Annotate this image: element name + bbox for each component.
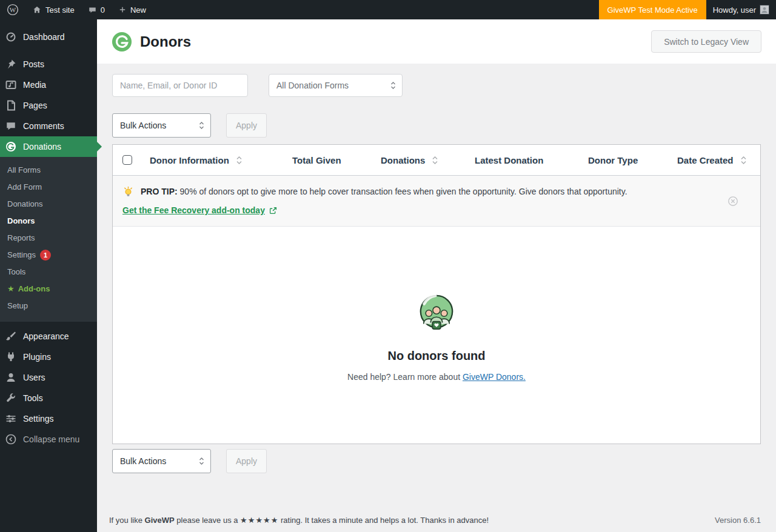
rating-stars-link[interactable]: ★★★★★	[240, 516, 278, 525]
sidebar-item-posts[interactable]: Posts	[0, 54, 97, 75]
comments-link[interactable]: 0	[81, 0, 112, 19]
pro-tip-label: PRO TIP:	[141, 187, 178, 196]
sort-icon	[432, 156, 438, 164]
submenu-all-forms[interactable]: All Forms	[0, 162, 97, 179]
apply-button-bottom[interactable]: Apply	[226, 449, 267, 473]
footer-middle: please leave us a	[176, 516, 238, 525]
comments-count: 0	[101, 5, 105, 15]
submenu-setup[interactable]: Setup	[0, 298, 97, 314]
avatar	[760, 5, 769, 15]
sidebar-item-appearance[interactable]: Appearance	[0, 326, 97, 347]
pushpin-icon	[5, 58, 17, 70]
submenu-reports[interactable]: Reports	[0, 230, 97, 247]
sidebar-item-media[interactable]: Media	[0, 75, 97, 95]
bulk-actions-value-bottom: Bulk Actions	[120, 456, 166, 466]
sidebar-item-pages[interactable]: Pages	[0, 95, 97, 116]
pages-icon	[5, 99, 17, 111]
sidebar-label-donations: Donations	[23, 142, 61, 151]
admin-bar-right: GiveWP Test Mode Active Howdy, user	[599, 0, 776, 19]
sidebar-item-plugins[interactable]: Plugins	[0, 347, 97, 367]
bulk-actions-select-top[interactable]: Bulk Actions	[112, 113, 211, 138]
submenu-donations[interactable]: Donations	[0, 196, 97, 213]
sidebar-label-comments: Comments	[23, 121, 64, 131]
column-header-donations[interactable]: Donations	[381, 155, 475, 165]
submenu-tools[interactable]: Tools	[0, 264, 97, 281]
column-header-date-created[interactable]: Date Created	[677, 155, 751, 165]
column-header-donor-information[interactable]: Donor Information	[150, 155, 292, 165]
sidebar-label-pages: Pages	[23, 101, 47, 110]
sidebar-item-donations[interactable]: Donations	[0, 136, 97, 157]
donation-forms-select-value: All Donation Forms	[276, 81, 349, 90]
givewp-donors-doc-link[interactable]: GiveWP Donors.	[463, 372, 526, 382]
collapse-arrow-icon	[5, 433, 17, 445]
column-label: Donor Type	[588, 155, 638, 165]
sidebar-item-settings[interactable]: Settings	[0, 408, 97, 429]
footer-suffix: rating. It takes a minute and helps a lo…	[281, 516, 489, 525]
empty-state-help: Need help? Learn more about GiveWP Donor…	[347, 372, 526, 382]
column-label: Latest Donation	[475, 155, 543, 165]
givewp-menu-icon	[5, 141, 17, 153]
column-label: Donor Information	[150, 155, 229, 165]
star-icon: ★	[7, 284, 15, 294]
dismiss-tip-button[interactable]	[728, 196, 738, 207]
submenu-addons-label: Add-ons	[18, 284, 50, 294]
menu-separator	[0, 47, 97, 54]
fee-recovery-addon-link[interactable]: Get the Fee Recovery add-on today	[122, 205, 277, 215]
wordpress-logo-menu[interactable]: W	[0, 0, 25, 19]
column-label: Donations	[381, 155, 425, 165]
bulk-actions-value-top: Bulk Actions	[120, 121, 166, 130]
donation-forms-select[interactable]: All Donation Forms	[269, 74, 403, 97]
submenu-add-form[interactable]: Add Form	[0, 179, 97, 196]
site-name-link[interactable]: Test site	[25, 0, 81, 19]
table-header-row: Donor Information Total Given Donations …	[113, 145, 760, 176]
menu-separator	[0, 322, 97, 326]
sidebar-item-tools[interactable]: Tools	[0, 388, 97, 408]
submenu-donors[interactable]: Donors	[0, 213, 97, 230]
bulk-actions-bar-top: Bulk Actions Apply	[97, 97, 776, 138]
select-chevron-icon	[199, 457, 204, 465]
column-label: Date Created	[677, 155, 734, 165]
comments-icon	[5, 120, 17, 132]
new-content-link[interactable]: New	[112, 0, 153, 19]
plus-icon	[118, 5, 127, 14]
submenu-settings[interactable]: Settings 1	[0, 247, 97, 264]
sidebar-label-appearance: Appearance	[23, 331, 69, 341]
sidebar-item-dashboard[interactable]: Dashboard	[0, 27, 97, 47]
select-all-checkbox[interactable]	[122, 155, 132, 165]
settings-sliders-icon	[5, 413, 17, 425]
lightbulb-icon	[122, 186, 134, 198]
dashboard-icon	[5, 31, 17, 43]
sidebar-item-users[interactable]: Users	[0, 367, 97, 388]
footer-rating-text: If you like GiveWP please leave us a ★★★…	[109, 516, 489, 525]
main-content: Donors Switch to Legacy View All Donatio…	[97, 19, 776, 532]
sidebar-label-media: Media	[23, 80, 46, 90]
user-icon	[5, 371, 17, 384]
wordpress-logo-icon: W	[7, 4, 19, 16]
page-header: Donors Switch to Legacy View	[97, 19, 776, 64]
paintbrush-icon	[5, 330, 17, 342]
apply-button-top[interactable]: Apply	[226, 113, 267, 138]
donor-search-input[interactable]	[112, 74, 248, 97]
fee-recovery-link-label: Get the Fee Recovery add-on today	[122, 205, 265, 215]
test-mode-badge[interactable]: GiveWP Test Mode Active	[599, 0, 706, 19]
account-menu[interactable]: Howdy, user	[706, 0, 776, 19]
submenu-addons[interactable]: ★ Add-ons	[0, 281, 97, 298]
sidebar-item-comments[interactable]: Comments	[0, 116, 97, 136]
filters-bar: All Donation Forms	[97, 64, 776, 97]
sidebar-label-collapse: Collapse menu	[23, 434, 79, 444]
page-title: Donors	[140, 33, 191, 50]
admin-bar-left: W Test site 0 New	[0, 0, 153, 19]
column-header-latest-donation: Latest Donation	[475, 155, 588, 165]
switch-legacy-view-button[interactable]: Switch to Legacy View	[651, 30, 761, 53]
plugin-icon	[5, 351, 17, 363]
media-icon	[5, 79, 17, 91]
sidebar-item-collapse-menu[interactable]: Collapse menu	[0, 429, 97, 450]
bulk-actions-bar-bottom: Bulk Actions Apply	[97, 444, 776, 473]
sidebar-label-plugins: Plugins	[23, 352, 51, 362]
active-menu-arrow	[97, 142, 102, 151]
bulk-actions-select-bottom[interactable]: Bulk Actions	[112, 449, 211, 473]
howdy-text: Howdy, user	[713, 5, 756, 15]
comment-bubble-icon	[88, 5, 97, 15]
pro-tip-banner: PRO TIP: 90% of donors opt to give more …	[113, 176, 760, 227]
sidebar-label-users: Users	[23, 373, 45, 382]
